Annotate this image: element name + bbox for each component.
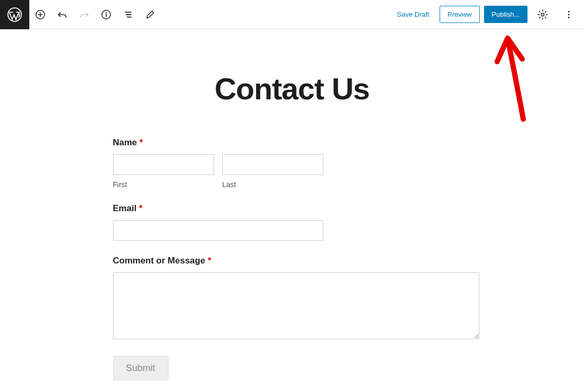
toolbar-right: Save Draft Preview Publish... xyxy=(391,4,580,26)
wordpress-icon xyxy=(7,7,22,22)
gear-icon xyxy=(537,9,548,20)
info-button[interactable] xyxy=(95,4,117,26)
last-name-input[interactable] xyxy=(222,154,323,175)
email-field-group: Email * xyxy=(113,203,471,241)
more-options-button[interactable] xyxy=(558,4,580,26)
message-field-group: Comment or Message * xyxy=(113,256,471,341)
undo-button[interactable] xyxy=(51,4,73,26)
editor-canvas: Contact Us Name * First Last Email xyxy=(0,29,584,381)
plus-circle-icon xyxy=(35,9,46,20)
svg-point-4 xyxy=(541,13,544,16)
first-name-col: First xyxy=(113,154,214,189)
name-label: Name * xyxy=(113,137,471,148)
contact-form-block: Name * First Last Email * xyxy=(108,137,477,381)
settings-button[interactable] xyxy=(532,4,554,26)
name-label-text: Name xyxy=(113,137,137,147)
required-marker: * xyxy=(140,137,143,147)
add-block-button[interactable] xyxy=(29,4,51,26)
wordpress-logo-button[interactable] xyxy=(0,0,29,29)
list-icon xyxy=(122,9,134,20)
svg-point-6 xyxy=(568,14,570,15)
last-name-sublabel: Last xyxy=(222,180,323,189)
email-input[interactable] xyxy=(113,220,323,241)
name-row: First Last xyxy=(113,154,471,189)
toolbar-left xyxy=(0,0,161,29)
preview-button[interactable]: Preview xyxy=(440,6,479,23)
redo-icon xyxy=(78,9,90,20)
page-title[interactable]: Contact Us xyxy=(215,71,369,106)
message-textarea[interactable] xyxy=(113,272,479,339)
redo-button[interactable] xyxy=(73,4,95,26)
svg-point-7 xyxy=(568,17,570,18)
info-icon xyxy=(100,9,112,20)
svg-point-5 xyxy=(568,11,570,13)
name-field-group: Name * First Last xyxy=(113,137,471,189)
edit-tool-button[interactable] xyxy=(139,4,161,26)
save-draft-button[interactable]: Save Draft xyxy=(391,6,435,22)
submit-button[interactable]: Submit xyxy=(113,356,169,381)
first-name-sublabel: First xyxy=(113,180,214,189)
svg-point-3 xyxy=(106,12,107,13)
editor-toolbar: Save Draft Preview Publish... xyxy=(0,0,584,29)
undo-icon xyxy=(57,9,68,20)
email-label: Email * xyxy=(113,203,471,214)
publish-button[interactable]: Publish... xyxy=(484,6,527,23)
dots-vertical-icon xyxy=(563,9,575,20)
last-name-col: Last xyxy=(222,154,323,189)
email-label-text: Email xyxy=(113,203,137,213)
required-marker: * xyxy=(139,203,143,213)
outline-button[interactable] xyxy=(117,4,139,26)
message-label: Comment or Message * xyxy=(113,256,471,266)
required-marker: * xyxy=(208,256,211,266)
message-label-text: Comment or Message xyxy=(113,256,206,266)
first-name-input[interactable] xyxy=(113,154,214,175)
pencil-icon xyxy=(145,9,155,20)
